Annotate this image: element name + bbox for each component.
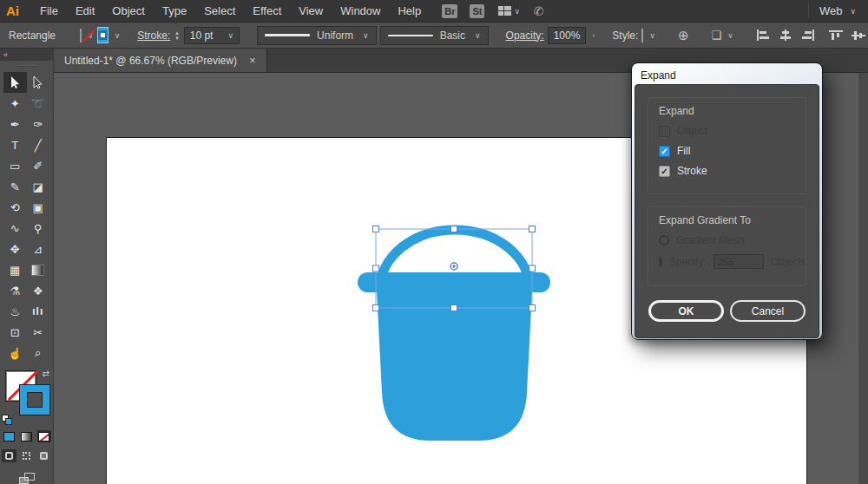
stroke-checkbox[interactable]: ✓ xyxy=(659,166,670,177)
menu-edit[interactable]: Edit xyxy=(67,4,103,17)
recolor-artwork-icon[interactable]: ⊕ xyxy=(678,28,689,43)
menu-select[interactable]: Select xyxy=(195,4,244,17)
eyedropper-tool[interactable]: ⚗ xyxy=(3,280,27,301)
align-middle-icon[interactable] xyxy=(852,29,865,41)
type-tool[interactable]: T xyxy=(3,134,27,155)
shape-builder-tool[interactable]: ✥ xyxy=(3,239,27,259)
chevron-down-icon[interactable]: ∨ xyxy=(727,31,733,40)
dialog-buttons: OK Cancel xyxy=(648,300,806,322)
brush-definition-dropdown[interactable]: Basic ∨ xyxy=(380,26,489,45)
gradient-mesh-label: Gradient Mesh xyxy=(676,234,745,246)
paintbrush-tool[interactable]: ✐ xyxy=(27,155,50,176)
document-tab[interactable]: Untitled-1* @ 66.67% (RGB/Preview) × xyxy=(54,49,267,72)
chevron-down-icon[interactable]: ∨ xyxy=(115,31,121,40)
swap-fill-stroke-icon[interactable]: ⇄ xyxy=(43,369,49,378)
objects-label: Objects xyxy=(771,256,806,268)
width-profile-icon xyxy=(265,34,310,36)
menu-help[interactable]: Help xyxy=(389,4,430,17)
hand-tool[interactable]: ☝ xyxy=(3,343,27,363)
selection-center-dot xyxy=(452,265,455,267)
chevron-right-icon[interactable]: › xyxy=(592,31,595,40)
menu-view[interactable]: View xyxy=(290,4,332,17)
collapse-panel-button[interactable]: « xyxy=(0,49,53,61)
lasso-tool[interactable]: ➰ xyxy=(27,93,50,114)
puppet-warp-tool[interactable]: ⚲ xyxy=(27,218,50,239)
symbol-sprayer-tool[interactable]: ♨ xyxy=(3,301,27,322)
variable-width-dropdown[interactable]: Uniform ∨ xyxy=(257,26,377,45)
line-segment-tool[interactable]: ╱ xyxy=(27,134,50,155)
magic-wand-tool[interactable]: ✦ xyxy=(3,93,27,114)
menu-window[interactable]: Window xyxy=(332,4,389,17)
stock-button[interactable]: St xyxy=(470,4,484,18)
stroke-weight-field[interactable]: 10 pt ∨ xyxy=(184,27,240,44)
tool-grid: ✦ ➰ ✒ ✑ T ╱ ▭ ✐ ✎ ◪ ⟲ ▣ ∿ ⚲ ✥ ⊿ ▦ ⚗ ❖ ♨ … xyxy=(0,70,53,363)
dialog-title[interactable]: Expand xyxy=(635,66,819,84)
rotate-tool[interactable]: ⟲ xyxy=(3,197,27,218)
align-right-icon[interactable] xyxy=(801,29,815,41)
eraser-tool[interactable]: ◪ xyxy=(27,176,50,197)
mesh-tool[interactable]: ▦ xyxy=(3,259,27,280)
scale-tool[interactable]: ▣ xyxy=(27,197,50,218)
stroke-swatch-blue[interactable] xyxy=(19,384,50,415)
blend-tool[interactable]: ❖ xyxy=(27,280,50,301)
pen-tool[interactable]: ✒ xyxy=(3,114,27,134)
screen-mode-button[interactable] xyxy=(0,473,53,484)
selection-tool[interactable] xyxy=(3,72,27,93)
stroke-weight-label[interactable]: Stroke: xyxy=(137,29,170,42)
none-button[interactable] xyxy=(37,430,51,442)
graphic-style-swatch[interactable] xyxy=(641,29,643,43)
pencil-tool[interactable]: ✎ xyxy=(3,176,27,197)
close-icon[interactable]: × xyxy=(249,54,256,67)
bucket-body-shape[interactable] xyxy=(376,275,533,441)
document-setup-icon[interactable]: ❏ xyxy=(712,29,722,42)
stroke-color-swatch[interactable] xyxy=(97,27,108,43)
panel-drag-handle[interactable] xyxy=(0,61,53,70)
device-preview-icon[interactable]: ✆ xyxy=(534,4,544,18)
gradient-button[interactable] xyxy=(20,430,34,442)
color-button[interactable] xyxy=(3,430,16,442)
align-top-icon[interactable] xyxy=(829,29,843,41)
rectangle-tool[interactable]: ▭ xyxy=(3,155,27,176)
slice-tool[interactable]: ✂ xyxy=(27,322,50,343)
chevron-down-icon: ∨ xyxy=(363,31,369,40)
draw-inside-button[interactable] xyxy=(36,449,51,462)
stroke-label: Stroke xyxy=(677,165,707,177)
gradient-icon xyxy=(21,432,32,441)
opacity-value: 100% xyxy=(554,29,581,42)
draw-behind-button[interactable] xyxy=(19,449,34,462)
stroke-weight-stepper[interactable]: ▴ ▾ xyxy=(175,30,179,41)
chevron-down-icon[interactable]: ∨ xyxy=(649,31,655,40)
fill-checkbox[interactable]: ✓ xyxy=(659,146,670,157)
zoom-tool[interactable]: ⌕ xyxy=(27,343,50,363)
fill-checkbox-row[interactable]: ✓ Fill xyxy=(659,145,795,157)
column-graph-tool[interactable]: ılı xyxy=(27,301,50,322)
menu-effect[interactable]: Effect xyxy=(244,4,290,17)
align-center-icon[interactable] xyxy=(779,29,792,41)
fill-stroke-control: ⇄ xyxy=(0,369,53,427)
curvature-tool[interactable]: ✑ xyxy=(27,114,50,134)
direct-selection-tool[interactable] xyxy=(27,72,50,93)
menu-type[interactable]: Type xyxy=(154,4,195,17)
ok-button[interactable]: OK xyxy=(648,300,724,322)
opacity-field[interactable]: 100% xyxy=(548,27,587,44)
chevron-down-icon[interactable]: ∨ xyxy=(227,31,233,40)
workspace-switcher[interactable]: Web ∨ xyxy=(819,4,868,17)
bridge-button[interactable]: Br xyxy=(442,4,457,18)
align-left-icon[interactable] xyxy=(756,29,770,41)
perspective-grid-tool[interactable]: ⊿ xyxy=(27,239,50,259)
stroke-checkbox-row[interactable]: ✓ Stroke xyxy=(659,165,795,177)
default-fill-stroke-icon[interactable] xyxy=(2,415,12,425)
object-label: Object xyxy=(677,125,707,137)
menu-object[interactable]: Object xyxy=(103,4,154,17)
artboard-tool[interactable]: ⊡ xyxy=(3,322,27,343)
opacity-label[interactable]: Opacity: xyxy=(506,29,544,42)
gradient-tool[interactable] xyxy=(27,259,50,280)
width-tool[interactable]: ∿ xyxy=(3,218,27,239)
fill-color-swatch[interactable] xyxy=(80,29,82,43)
draw-normal-button[interactable] xyxy=(2,449,16,462)
stepper-down-icon[interactable]: ▾ xyxy=(175,36,179,41)
menu-file[interactable]: File xyxy=(31,4,67,17)
cancel-button[interactable]: Cancel xyxy=(730,300,806,322)
brush-stroke-icon xyxy=(388,35,433,36)
arrange-documents-icon[interactable] xyxy=(498,6,511,16)
